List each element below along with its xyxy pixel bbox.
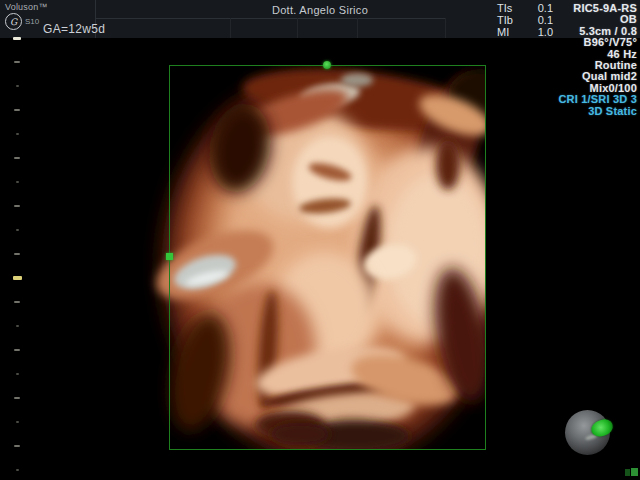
exposure-index-label: TIb [497, 14, 513, 26]
corner-watermark-part [625, 469, 630, 476]
exposure-index-label: TIs [497, 2, 512, 14]
ruler-tick [16, 85, 19, 87]
ruler-tick [14, 253, 20, 255]
exposure-index-row: TIs0.1 [497, 2, 553, 14]
header-divider [357, 18, 358, 38]
ruler-tick [14, 157, 20, 159]
ruler-tick [16, 229, 19, 231]
depth-ruler [0, 0, 30, 480]
ruler-tick [16, 469, 19, 471]
ruler-tick [16, 181, 19, 183]
status-column: RIC5-9A-RSOB5.3cm / 0.8B96°/V75°46 HzRou… [558, 3, 637, 117]
ruler-tick [16, 325, 19, 327]
corner-watermark-glyph [624, 467, 640, 478]
acquisition-status-line: B96°/V75° [558, 37, 637, 48]
trackball-status-icon [565, 410, 610, 455]
corner-watermark-part [631, 468, 638, 476]
ruler-tick [14, 397, 20, 399]
ruler-top-marker [13, 37, 21, 40]
ruler-tick [16, 133, 19, 135]
exposure-index-value: 1.0 [538, 26, 553, 38]
header-divider [95, 18, 445, 19]
ruler-tick [16, 373, 19, 375]
header-divider [297, 18, 298, 38]
ruler-tick [14, 445, 20, 447]
ruler-tick [14, 61, 20, 63]
exposure-index-row: TIb0.1 [497, 14, 553, 26]
roi-handle-left[interactable] [166, 253, 173, 260]
exposure-index-row: MI1.0 [497, 26, 553, 38]
roi-render-box[interactable] [169, 65, 486, 450]
ruler-tick [14, 301, 20, 303]
header-divider [230, 18, 231, 38]
roi-handle-top[interactable] [323, 61, 331, 69]
ruler-tick [14, 205, 20, 207]
exposure-index-label: MI [497, 26, 509, 38]
exposure-index-value: 0.1 [538, 14, 553, 26]
gestational-age: GA=12w5d [43, 22, 105, 36]
ultrasound-screen: { "app": { "brand": "Voluson™", "model":… [0, 0, 640, 480]
ruler-tick [14, 349, 20, 351]
exposure-index-value: 0.1 [538, 2, 553, 14]
header-divider [445, 18, 446, 38]
mode-status-line: CRI 1/SRI 3D 3 [558, 94, 637, 105]
focus-position-marker[interactable] [13, 276, 22, 280]
header-bar: Voluson™ G S10 Dott. Angelo Sirico GA=12… [0, 0, 640, 38]
mode-status-line: 3D Static [558, 106, 637, 117]
exposure-indices: TIs0.1TIb0.1MI1.0 [497, 2, 553, 38]
ruler-tick [14, 109, 20, 111]
ruler-tick [16, 421, 19, 423]
